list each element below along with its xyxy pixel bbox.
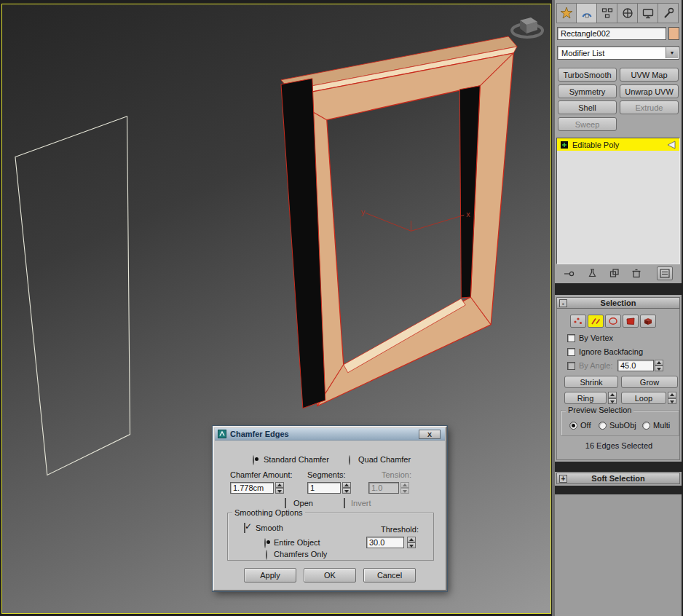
vertex-icon (572, 316, 584, 326)
by-angle-checkbox (567, 362, 575, 370)
dropdown-arrow-icon[interactable]: ▼ (666, 47, 678, 58)
preview-subobj-option[interactable]: SubObj (599, 421, 636, 430)
motion-wheel-icon (620, 6, 635, 20)
chamfer-amount-label: Chamfer Amount: (230, 470, 293, 479)
invert-checkbox (344, 498, 345, 508)
by-vertex-checkbox[interactable] (567, 334, 575, 342)
axis-x-label: x (466, 210, 470, 218)
ignore-backfacing-checkbox[interactable] (567, 348, 575, 356)
by-angle-spinner[interactable] (655, 360, 663, 371)
apply-button[interactable]: Apply (244, 568, 296, 583)
chamfers-only-radio[interactable] (266, 550, 267, 560)
ok-button[interactable]: OK (304, 568, 356, 583)
preview-subobj-radio[interactable] (599, 422, 607, 430)
preview-off-radio[interactable] (569, 422, 577, 430)
show-end-result-icon[interactable] (587, 268, 599, 279)
vertex-subobject-button[interactable] (570, 315, 586, 328)
by-angle-label: By Angle: (579, 361, 612, 370)
preview-selection-group: Preview Selection Off SubObj Multi (561, 410, 679, 436)
soft-selection-rollout-title: Soft Selection (591, 474, 644, 483)
make-unique-icon[interactable] (609, 268, 620, 279)
smoothing-options-group: Smoothing Options Smooth Threshold: Enti… (227, 513, 434, 561)
grow-button[interactable]: Grow (621, 376, 678, 388)
modifier-stack-list[interactable]: Editable Poly (556, 138, 680, 264)
selection-rollout-header[interactable]: - Selection (556, 297, 680, 309)
remove-modifier-icon[interactable] (631, 268, 642, 279)
threshold-field[interactable]: 30.0 (366, 537, 404, 548)
stack-item-editable-poly[interactable]: Editable Poly (557, 138, 679, 151)
smooth-checkbox[interactable] (244, 523, 245, 533)
uvw-map-button[interactable]: UVW Map (620, 68, 679, 82)
entire-object-radio[interactable] (264, 538, 266, 548)
border-subobject-button[interactable] (605, 315, 621, 328)
dialog-title: Chamfer Edges (230, 430, 289, 438)
soft-selection-rollout-header[interactable]: + Soft Selection (556, 473, 680, 484)
modifier-list-label: Modifier List (561, 49, 604, 58)
loop-spinner[interactable] (668, 392, 676, 404)
preview-off-label: Off (580, 421, 591, 430)
preview-multi-option[interactable]: Multi (642, 421, 670, 430)
smoothing-options-title: Smoothing Options (232, 508, 305, 517)
chamfer-edges-dialog: Chamfer Edges X Standard Chamfer Quad Ch… (213, 426, 447, 591)
preview-off-option[interactable]: Off (569, 421, 591, 430)
by-angle-field[interactable]: 45.0 (617, 360, 654, 371)
turbosmooth-button[interactable]: TurboSmooth (558, 68, 617, 82)
tab-utilities[interactable] (658, 3, 679, 23)
segments-spinner[interactable] (342, 482, 351, 494)
polygon-subobject-button[interactable] (623, 315, 639, 328)
entire-object-label: Entire Object (274, 538, 320, 547)
axis-gizmo[interactable]: y x (361, 208, 471, 231)
shrink-button[interactable]: Shrink (564, 376, 618, 388)
symmetry-button[interactable]: Symmetry (558, 84, 617, 98)
open-label: Open (293, 499, 313, 508)
frame-object[interactable] (281, 36, 517, 408)
object-color-swatch[interactable] (668, 27, 679, 40)
modify-arc-icon (580, 6, 594, 20)
loop-button[interactable]: Loop (621, 392, 666, 404)
tab-motion[interactable] (617, 3, 638, 23)
panel-divider (555, 486, 682, 494)
ring-button[interactable]: Ring (564, 392, 607, 404)
pin-stack-icon[interactable] (564, 269, 575, 279)
quad-chamfer-radio[interactable] (349, 455, 350, 465)
panel-divider (555, 462, 682, 472)
unwrap-uvw-button[interactable]: Unwrap UVW (620, 84, 679, 98)
threshold-spinner[interactable] (407, 537, 416, 548)
ignore-backfacing-row[interactable]: Ignore Backfacing (567, 347, 643, 356)
utilities-wrench-icon (661, 6, 676, 20)
open-checkbox[interactable] (285, 498, 286, 508)
command-panel-tabs (556, 3, 679, 23)
selection-rollout-title: Selection (601, 299, 636, 307)
chamfer-amount-field[interactable]: 1.778cm (230, 482, 274, 494)
tab-create[interactable] (556, 3, 577, 23)
standard-chamfer-radio[interactable] (253, 455, 254, 465)
modifier-list-dropdown[interactable]: Modifier List ▼ (557, 46, 679, 60)
cancel-button[interactable]: Cancel (363, 568, 416, 583)
editable-poly-icon (560, 141, 569, 149)
collapse-icon: - (559, 299, 567, 307)
edge-subobject-button[interactable] (588, 315, 604, 328)
configure-modifier-sets-button[interactable] (657, 266, 673, 280)
ring-spinner[interactable] (608, 392, 617, 404)
shell-button[interactable]: Shell (558, 100, 617, 114)
chamfer-amount-spinner[interactable] (275, 482, 284, 494)
dialog-close-button[interactable]: X (419, 430, 441, 439)
selection-rollout-body: By Vertex Ignore Backfacing By Angle: 45… (556, 309, 680, 460)
tab-hierarchy[interactable] (597, 3, 617, 23)
panel-empty-area (555, 494, 682, 616)
dialog-3dsmax-icon (218, 430, 226, 438)
polygon-icon (625, 316, 636, 326)
viewcube-icon[interactable] (512, 17, 542, 37)
by-vertex-row[interactable]: By Vertex (567, 333, 613, 342)
object-name-input[interactable]: Rectangle002 (557, 27, 666, 40)
plane-wireframe-object[interactable] (15, 117, 130, 475)
selection-status-text: 16 Edges Selected (557, 441, 681, 450)
dialog-title-bar[interactable]: Chamfer Edges (215, 428, 445, 441)
segments-field[interactable]: 1 (307, 482, 341, 494)
preview-multi-radio[interactable] (642, 422, 650, 430)
axis-y-label: y (361, 208, 366, 216)
tab-display[interactable] (638, 3, 658, 23)
tension-label: Tension: (382, 470, 411, 479)
tab-modify[interactable] (577, 3, 597, 23)
element-subobject-button[interactable] (640, 315, 656, 328)
